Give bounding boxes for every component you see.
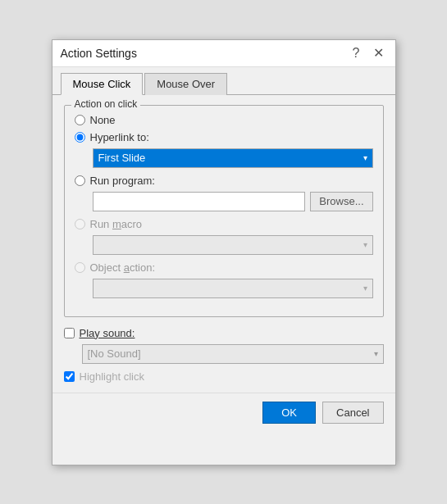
action-settings-dialog: Action Settings ? ✕ Mouse Click Mouse Ov… bbox=[52, 39, 396, 465]
radio-run-program-row: Run program: bbox=[75, 175, 373, 187]
hyperlink-value: First Slide bbox=[98, 152, 146, 164]
tab-mouse-over[interactable]: Mouse Over bbox=[144, 73, 227, 95]
title-bar-controls: ? ✕ bbox=[349, 47, 387, 60]
object-action-dropdown-row: ▾ bbox=[93, 279, 373, 298]
play-sound-row: Play sound: bbox=[64, 327, 384, 339]
sound-value: [No Sound] bbox=[88, 347, 141, 360]
hyperlink-dropdown-arrow: ▾ bbox=[363, 153, 367, 162]
dialog-footer: OK Cancel bbox=[52, 393, 395, 432]
radio-run-program[interactable] bbox=[75, 175, 85, 186]
close-button[interactable]: ✕ bbox=[370, 47, 387, 60]
highlight-label[interactable]: Highlight click bbox=[80, 370, 144, 383]
run-program-input-row: Browse... bbox=[93, 192, 373, 211]
hyperlink-dropdown[interactable]: First Slide ▾ bbox=[93, 148, 373, 168]
radio-object-action-label[interactable]: Object action: bbox=[90, 261, 156, 274]
highlight-checkbox[interactable] bbox=[64, 371, 75, 382]
dialog-content: Action on click None Hyperlink to: First… bbox=[52, 95, 395, 393]
run-macro-arrow: ▾ bbox=[363, 240, 367, 249]
run-macro-text: Run macro bbox=[90, 218, 143, 230]
hyperlink-dropdown-row: First Slide ▾ bbox=[93, 148, 373, 168]
object-action-dropdown[interactable]: ▾ bbox=[93, 279, 373, 298]
help-button[interactable]: ? bbox=[349, 47, 363, 60]
run-macro-dropdown[interactable]: ▾ bbox=[93, 235, 373, 255]
action-on-click-group: Action on click None Hyperlink to: First… bbox=[64, 105, 384, 317]
radio-run-macro-row: Run macro bbox=[75, 218, 373, 230]
radio-object-action-row: Object action: bbox=[75, 261, 373, 274]
radio-none-label[interactable]: None bbox=[90, 114, 116, 126]
run-program-input[interactable] bbox=[93, 192, 306, 211]
radio-hyperlink-row: Hyperlink to: bbox=[75, 131, 373, 143]
play-sound-checkbox[interactable] bbox=[64, 328, 75, 338]
sound-dropdown-arrow: ▾ bbox=[374, 349, 378, 358]
radio-run-macro-label[interactable]: Run macro bbox=[90, 218, 143, 230]
title-bar: Action Settings ? ✕ bbox=[52, 40, 395, 67]
browse-button[interactable]: Browse... bbox=[310, 192, 372, 211]
object-action-text: Object action: bbox=[90, 261, 156, 274]
tab-bar: Mouse Click Mouse Over bbox=[52, 67, 395, 95]
sound-dropdown[interactable]: [No Sound] ▾ bbox=[82, 344, 384, 364]
radio-run-macro[interactable] bbox=[75, 219, 85, 229]
radio-run-program-label[interactable]: Run program: bbox=[90, 175, 155, 187]
sound-dropdown-row: [No Sound] ▾ bbox=[82, 344, 384, 364]
tab-mouse-click[interactable]: Mouse Click bbox=[61, 73, 144, 95]
play-sound-label[interactable]: Play sound: bbox=[80, 327, 135, 339]
radio-none-row: None bbox=[75, 114, 373, 126]
run-macro-dropdown-row: ▾ bbox=[93, 235, 373, 255]
object-action-arrow: ▾ bbox=[363, 284, 367, 293]
ok-button[interactable]: OK bbox=[262, 402, 316, 424]
radio-hyperlink[interactable] bbox=[75, 132, 85, 143]
radio-object-action[interactable] bbox=[75, 262, 85, 273]
group-legend: Action on click bbox=[71, 98, 141, 110]
cancel-button[interactable]: Cancel bbox=[322, 402, 383, 424]
radio-none[interactable] bbox=[75, 115, 85, 125]
highlight-row: Highlight click bbox=[64, 370, 384, 383]
dialog-title: Action Settings bbox=[61, 47, 137, 60]
radio-hyperlink-label[interactable]: Hyperlink to: bbox=[90, 131, 149, 143]
